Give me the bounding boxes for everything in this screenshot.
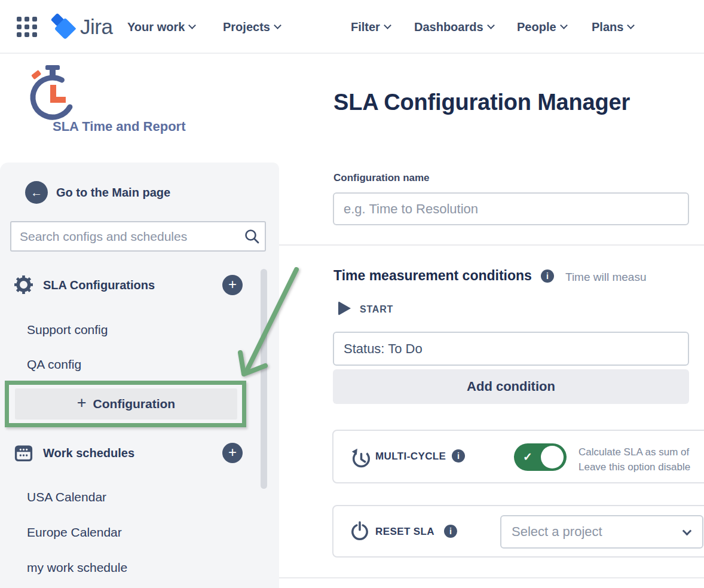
start-condition-value[interactable]: Status: To Do bbox=[333, 332, 689, 366]
chevron-down-icon bbox=[627, 22, 635, 29]
sidebar-item-usa-calendar[interactable]: USA Calendar bbox=[27, 490, 106, 504]
sla-configurations-title: SLA Configurations bbox=[43, 278, 155, 292]
nav-projects[interactable]: Projects bbox=[223, 0, 280, 54]
annotation-arrow bbox=[234, 263, 309, 382]
multi-cycle-card: MULTI-CYCLE i ✓ Calculate SLA as sum of … bbox=[332, 430, 704, 483]
description-line: Leave this option disable bbox=[578, 460, 690, 474]
toggle-knob bbox=[541, 446, 564, 468]
multi-cycle-icon bbox=[350, 443, 372, 470]
jira-wordmark: Jira bbox=[80, 15, 112, 39]
chevron-down-icon bbox=[560, 22, 568, 29]
top-nav: Jira Your work Projects Filter Dashboard… bbox=[0, 0, 704, 54]
reset-sla-label: RESET SLA bbox=[375, 526, 434, 538]
info-glyph: i bbox=[457, 451, 460, 461]
gear-icon bbox=[14, 275, 33, 294]
nav-people[interactable]: People bbox=[517, 0, 567, 54]
calendar-icon bbox=[14, 443, 33, 462]
nav-label: People bbox=[517, 20, 556, 34]
plus-icon: + bbox=[228, 444, 237, 460]
nav-label: Plans bbox=[592, 20, 623, 34]
chevron-down-icon bbox=[487, 22, 495, 29]
search-input[interactable] bbox=[10, 221, 266, 252]
sidebar-search bbox=[10, 221, 266, 252]
work-schedules-title: Work schedules bbox=[43, 446, 134, 460]
page-title: SLA Configuration Manager bbox=[333, 90, 630, 115]
info-icon[interactable]: i bbox=[444, 525, 457, 538]
back-button[interactable]: ← bbox=[25, 181, 48, 204]
start-play-icon bbox=[338, 301, 351, 316]
multi-cycle-description: Calculate SLA as sum of Leave this optio… bbox=[578, 445, 690, 474]
description-line: Calculate SLA as sum of bbox=[578, 445, 690, 460]
divider bbox=[279, 577, 704, 578]
jira-logo[interactable]: Jira bbox=[49, 11, 112, 43]
nav-dashboards[interactable]: Dashboards bbox=[414, 0, 494, 54]
chevron-down-icon bbox=[384, 22, 391, 29]
info-icon[interactable]: i bbox=[541, 270, 554, 283]
info-glyph: i bbox=[449, 526, 452, 536]
nav-label: Filter bbox=[351, 20, 380, 34]
sidebar-item-qa-config[interactable]: QA config bbox=[27, 357, 81, 372]
jira-mark-icon bbox=[49, 11, 78, 42]
chevron-down-icon bbox=[274, 22, 281, 29]
app-name: SLA Time and Report bbox=[53, 119, 185, 134]
info-glyph: i bbox=[546, 271, 549, 281]
start-label: START bbox=[360, 304, 393, 315]
time-measurement-hint: Time will measu bbox=[565, 271, 704, 284]
add-work-schedule-button[interactable]: + bbox=[222, 443, 243, 463]
nav-filter[interactable]: Filter bbox=[351, 0, 390, 54]
nav-plans[interactable]: Plans bbox=[592, 0, 633, 54]
divider bbox=[279, 244, 704, 246]
go-to-main-page-link[interactable]: Go to the Main page bbox=[56, 186, 170, 200]
chevron-down-icon bbox=[682, 526, 692, 536]
configuration-name-label: Configuration name bbox=[333, 172, 430, 184]
screen: Jira Your work Projects Filter Dashboard… bbox=[0, 0, 704, 588]
multi-cycle-label: MULTI-CYCLE bbox=[375, 451, 446, 463]
reset-sla-card: RESET SLA i Select a project bbox=[332, 505, 704, 558]
nav-label: Dashboards bbox=[414, 20, 483, 34]
project-select-placeholder: Select a project bbox=[512, 516, 602, 547]
multi-cycle-toggle[interactable]: ✓ bbox=[514, 443, 567, 471]
sidebar-item-support-config[interactable]: Support config bbox=[27, 323, 108, 337]
sidebar-item-my-work-schedule[interactable]: my work schedule bbox=[27, 561, 127, 575]
stopwatch-logo-icon bbox=[25, 63, 82, 123]
back-arrow-icon: ← bbox=[30, 186, 42, 200]
app-switcher-icon[interactable] bbox=[17, 17, 38, 38]
nav-your-work[interactable]: Your work bbox=[127, 0, 195, 54]
check-icon: ✓ bbox=[523, 450, 532, 464]
search-icon bbox=[244, 228, 260, 244]
add-condition-button[interactable]: Add condition bbox=[333, 369, 689, 404]
configuration-name-input[interactable] bbox=[333, 192, 689, 225]
info-icon[interactable]: i bbox=[452, 449, 465, 463]
nav-label: Your work bbox=[127, 20, 185, 34]
project-select[interactable]: Select a project bbox=[500, 515, 703, 549]
chevron-down-icon bbox=[188, 22, 196, 29]
sidebar-item-europe-calendar[interactable]: Europe Calendar bbox=[27, 525, 122, 540]
nav-label: Projects bbox=[223, 20, 270, 34]
time-measurement-heading: Time measurement conditions bbox=[333, 268, 532, 284]
annotation-highlight-box bbox=[5, 381, 246, 427]
power-icon bbox=[350, 521, 369, 543]
